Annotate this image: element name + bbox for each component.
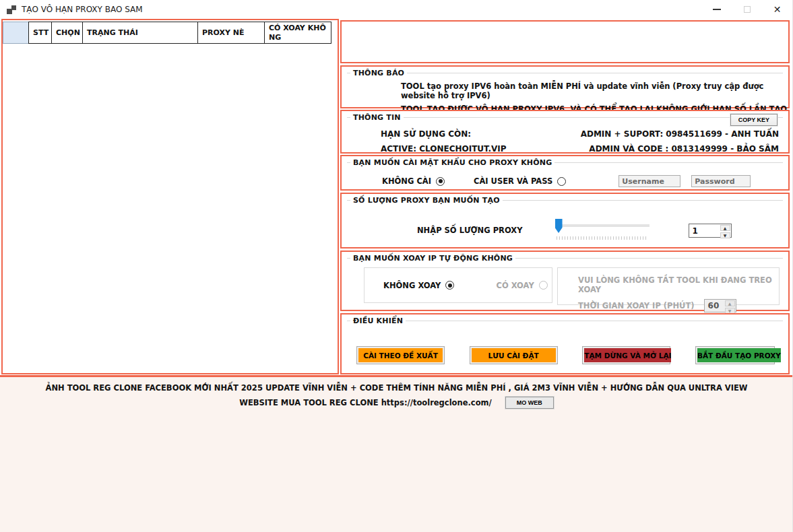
section-notice: THÔNG BÁO TOOL tạo proxy IPV6 hoàn toàn … <box>340 65 790 108</box>
active-key-label: ACTIVE: CLONECHOITUT.VIP <box>381 141 507 156</box>
section-info: THÔNG TIN COPY KEY HẠN SỬ DỤNG CÒN: ACTI… <box>340 110 790 154</box>
spin-down-icon[interactable]: ▼ <box>720 232 730 238</box>
quantity-slider[interactable] <box>555 218 649 240</box>
quantity-title: SỐ LƯỢNG PROXY BẠN MUỐN TẠO <box>353 196 500 205</box>
footer-panel: ẢNH TOOL REG CLONE FACEBOOK MỚI NHẤT 202… <box>0 375 793 532</box>
controls-title: ĐIỀU KHIỂN <box>353 317 403 325</box>
rotate-options-panel: KHÔNG XOAY CÓ XOAY <box>364 267 552 303</box>
password-options-row: KHÔNG CÀI CÀI USER VÀ PASS <box>382 175 788 187</box>
pause-reopen-button[interactable]: TẠM DỪNG VÀ MỞ LẠI <box>582 346 670 364</box>
column-header-proxy[interactable]: PROXY NÈ <box>197 22 265 44</box>
proxy-grid-panel: STT CHỌN TRẠNG THÁI PROXY NÈ CÓ XOAY KHÔ… <box>1 19 339 374</box>
radio-install-user-pass[interactable] <box>557 177 566 186</box>
radio-no-rotate[interactable] <box>445 281 454 290</box>
quantity-stepper[interactable]: 1 ▲ ▼ <box>689 224 732 238</box>
section-controls: ĐIỀU KHIỂN CÀI THEO ĐỀ XUẤT LƯU CÀI ĐẶT … <box>340 313 790 374</box>
start-create-proxy-button[interactable]: BẮT ĐẦU TẠO PROXY <box>695 346 775 364</box>
section-quantity: SỐ LƯỢNG PROXY BẠN MUỐN TẠO NHẬP SỐ LƯỢN… <box>340 193 790 248</box>
quantity-legend: SỐ LƯỢNG PROXY BẠN MUỐN TẠO <box>347 196 783 205</box>
apply-suggested-button[interactable]: CÀI THEO ĐỀ XUẤT <box>356 346 445 364</box>
notice-title: THÔNG BÁO <box>353 69 404 77</box>
notice-legend: THÔNG BÁO <box>347 69 783 77</box>
info-left-column: HẠN SỬ DỤNG CÒN: ACTIVE: CLONECHOITUT.VI… <box>381 127 507 156</box>
admin-code-label: ADMIN VÀ CODE : 0813149999 - BẢO SÂM <box>581 141 779 156</box>
info-grid: HẠN SỬ DỤNG CÒN: ACTIVE: CLONECHOITUT.VI… <box>381 127 779 156</box>
rotate-title: BẠN MUỐN XOAY IP TỰ ĐỘNG KHÔNG <box>353 254 513 263</box>
rotate-legend: BẠN MUỐN XOAY IP TỰ ĐỘNG KHÔNG <box>347 254 783 263</box>
radio-rotate[interactable] <box>539 281 548 290</box>
rotate-interval-row: THỜI GIAN XOAY IP (PHÚT) 60 ▲ ▼ <box>578 299 779 312</box>
rotate-settings-panel: VUI LÒNG KHÔNG TẮT TOOL KHI ĐANG TREO XO… <box>557 267 780 305</box>
rotate-spin-up-icon[interactable]: ▲ <box>725 300 735 306</box>
notice-line-1: TOOL tạo proxy IPV6 hoàn toàn MIỄN PHÍ v… <box>401 81 788 100</box>
no-install-label: KHÔNG CÀI <box>382 176 431 186</box>
password-legend: BẠN MUỐN CÀI MẬT KHẨU CHO PROXY KHÔNG <box>347 158 783 167</box>
quantity-spin-buttons: ▲ ▼ <box>720 224 731 237</box>
column-header-co-xoay-khong[interactable]: CÓ XOAY KHÔNG <box>264 22 331 44</box>
app-window: TẠO VÔ HẠN PROXY BAO SAM ✕ STT CHỌN TRẠN… <box>0 0 793 532</box>
slider-ticks <box>557 236 647 240</box>
rotate-interval-label: THỜI GIAN XOAY IP (PHÚT) <box>578 301 695 310</box>
footer-website-label: WEBSITE MUA TOOL REG CLONE https://toolr… <box>239 398 492 407</box>
radio-no-install[interactable] <box>436 177 445 186</box>
quantity-value[interactable]: 1 <box>689 224 720 237</box>
close-button[interactable]: ✕ <box>762 0 792 19</box>
maximize-icon <box>744 6 751 13</box>
admin-support-label: ADMIN + SUPORT: 0984511699 - ANH TUẤN <box>581 127 779 141</box>
rotate-warning-label: VUI LÒNG KHÔNG TẮT TOOL KHI ĐANG TREO XO… <box>578 275 779 294</box>
rotate-interval-stepper[interactable]: 60 ▲ ▼ <box>704 299 736 312</box>
save-settings-button[interactable]: LƯU CÀI ĐẶT <box>470 346 558 364</box>
column-header-chon[interactable]: CHỌN <box>51 22 83 44</box>
proxy-grid-header: STT CHỌN TRẠNG THÁI PROXY NÈ CÓ XOAY KHÔ… <box>3 22 331 44</box>
password-title: BẠN MUỐN CÀI MẬT KHẨU CHO PROXY KHÔNG <box>353 158 552 167</box>
output-panel <box>340 20 790 63</box>
footer-website-row: WEBSITE MUA TOOL REG CLONE https://toolr… <box>0 397 793 409</box>
spin-up-icon[interactable]: ▲ <box>720 225 730 231</box>
column-header-stt[interactable]: STT <box>28 22 52 44</box>
controls-legend: ĐIỀU KHIỂN <box>347 317 783 325</box>
column-header-trang-thai[interactable]: TRẠNG THÁI <box>82 22 198 44</box>
copy-key-button[interactable]: COPY KEY <box>730 114 778 126</box>
minimize-icon <box>713 9 721 10</box>
info-legend: THÔNG TIN <box>347 113 783 122</box>
footer-ad-line: ẢNH TOOL REG CLONE FACEBOOK MỚI NHẤT 202… <box>0 383 793 393</box>
quantity-row: NHẬP SỐ LƯỢNG PROXY 1 ▲ ▼ <box>417 221 788 240</box>
app-icon <box>7 5 16 14</box>
open-web-button[interactable]: MO WEB <box>505 397 554 409</box>
info-title: THÔNG TIN <box>353 113 401 122</box>
grid-corner-cell[interactable] <box>3 22 29 44</box>
slider-track[interactable] <box>555 224 649 227</box>
section-password: BẠN MUỐN CÀI MẬT KHẨU CHO PROXY KHÔNG KH… <box>340 155 790 191</box>
username-input[interactable] <box>618 175 680 187</box>
no-rotate-label: KHÔNG XOAY <box>383 281 441 290</box>
info-right-column: ADMIN + SUPORT: 0984511699 - ANH TUẤN AD… <box>581 127 779 156</box>
rotate-interval-value[interactable]: 60 <box>705 300 724 312</box>
window-controls: ✕ <box>701 0 792 19</box>
rotate-label: CÓ XOAY <box>496 281 534 290</box>
window-title: TẠO VÔ HẠN PROXY BAO SAM <box>22 5 143 14</box>
section-rotate: BẠN MUỐN XOAY IP TỰ ĐỘNG KHÔNG KHÔNG XOA… <box>340 251 790 311</box>
install-user-pass-label: CÀI USER VÀ PASS <box>474 176 552 186</box>
maximize-button[interactable] <box>732 0 762 19</box>
rotate-spin-buttons: ▲ ▼ <box>724 300 736 312</box>
expiry-label: HẠN SỬ DỤNG CÒN: <box>381 127 507 141</box>
close-icon: ✕ <box>773 5 782 14</box>
slider-thumb[interactable] <box>555 219 563 233</box>
password-input[interactable] <box>691 175 751 187</box>
title-bar: TẠO VÔ HẠN PROXY BAO SAM ✕ <box>0 0 792 19</box>
quantity-input-label: NHẬP SỐ LƯỢNG PROXY <box>417 226 523 235</box>
controls-button-row: CÀI THEO ĐỀ XUẤT LƯU CÀI ĐẶT TẠM DỪNG VÀ… <box>356 346 775 364</box>
minimize-button[interactable] <box>701 0 732 19</box>
